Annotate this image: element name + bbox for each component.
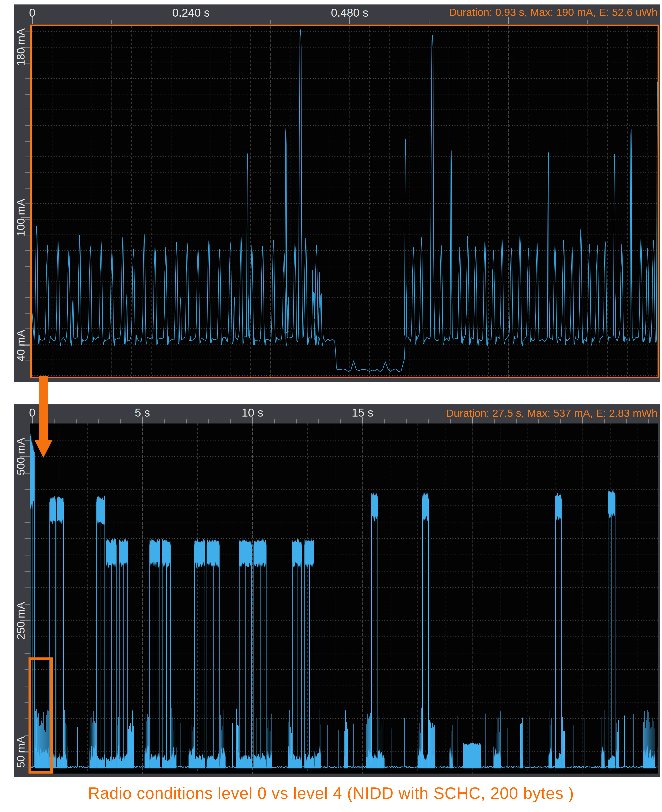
top-y-tick-minor: [25, 250, 30, 251]
zoom-link-arrow-shaft: [39, 376, 48, 440]
bottom-y-tick-minor: [24, 768, 30, 768]
top-y-tick-label: 180 mA: [15, 28, 26, 66]
top-x-tick-label: 0: [29, 6, 35, 19]
page: Duration: 0.93 s, Max: 190 mA, E: 52.6 u…: [0, 0, 662, 812]
bottom-x-tick-label: 10 s: [242, 406, 263, 419]
bottom-y-tick-minor: [24, 604, 30, 604]
top-y-tick-minor: [25, 266, 30, 267]
bottom-x-tick: [494, 419, 495, 424]
bottom-x-tick-label: 5 s: [135, 406, 150, 419]
bottom-x-tick: [230, 419, 231, 424]
top-x-tick: [508, 18, 509, 24]
bottom-y-tick-minor: [24, 702, 30, 703]
top-y-tick-minor: [25, 219, 30, 220]
bottom-x-tick: [626, 419, 627, 424]
top-y-tick-minor: [25, 78, 30, 79]
top-x-tick: [587, 20, 588, 24]
top-y-tick-minor: [25, 32, 30, 32]
bottom-y-tick-minor: [24, 473, 30, 474]
bottom-x-tick: [318, 419, 319, 424]
bottom-y-tick-minor: [24, 522, 30, 523]
bottom-y-tick-minor: [24, 555, 30, 556]
top-y-tick-minor: [25, 188, 30, 188]
top-y-tick-minor: [25, 360, 30, 361]
top-y-tick-minor: [25, 125, 30, 126]
bottom-y-tick-minor: [24, 735, 30, 736]
bottom-y-tick-minor: [24, 506, 30, 506]
top-y-tick-minor: [25, 156, 30, 157]
bottom-x-tick: [340, 419, 341, 424]
bottom-x-tick-label: 15 s: [352, 406, 373, 419]
bottom-x-tick: [274, 419, 275, 424]
top-waveform-canvas[interactable]: [32, 26, 657, 377]
bottom-x-tick: [406, 419, 407, 424]
top-y-tick-minor: [25, 329, 30, 329]
top-y-tick-minor: [25, 94, 30, 95]
top-y-tick-minor: [25, 141, 30, 142]
top-y-tick-label: 40 mA: [15, 330, 26, 361]
bottom-x-tick: [516, 419, 517, 424]
top-x-tick: [270, 20, 271, 24]
bottom-x-tick: [538, 419, 539, 424]
bottom-y-tick-minor: [24, 456, 30, 457]
top-y-tick-minor: [25, 235, 30, 235]
top-y-tick-minor: [25, 344, 30, 345]
bottom-x-tick: [54, 419, 55, 424]
top-y-tick-minor: [25, 313, 30, 314]
bottom-x-tick-label: 0: [29, 406, 35, 419]
bottom-waveform-canvas[interactable]: [30, 424, 658, 773]
top-y-tick-minor: [25, 47, 30, 48]
bottom-y-tick-minor: [24, 686, 30, 686]
bottom-x-tick: [120, 419, 121, 424]
bottom-y-tick-minor: [24, 440, 30, 441]
top-y-tick-label: 100 mA: [15, 199, 26, 237]
bottom-x-tick: [186, 419, 187, 424]
bottom-y-tick-minor: [24, 588, 30, 588]
bottom-y-tick-minor: [24, 669, 30, 670]
bottom-x-tick: [296, 419, 297, 424]
top-x-tick-label: 0.240 s: [172, 6, 210, 19]
top-x-tick: [111, 20, 112, 24]
zoom-link-arrow-head-icon: [34, 440, 53, 458]
top-chart-duration-stats: Duration: 0.93 s, Max: 190 mA, E: 52.6 u…: [449, 6, 657, 18]
top-y-tick-minor: [25, 203, 30, 204]
bottom-y-tick-minor: [24, 719, 30, 719]
top-x-tick-label: 0.480 s: [331, 6, 368, 19]
bottom-y-tick-minor: [24, 489, 30, 490]
zoom-region-rectangle[interactable]: [29, 657, 53, 773]
bottom-x-tick: [76, 419, 77, 424]
bottom-x-tick: [208, 419, 209, 424]
top-y-tick-minor: [25, 282, 30, 282]
bottom-y-tick-minor: [24, 538, 30, 539]
bottom-x-tick: [428, 419, 429, 424]
bottom-chart-duration-stats: Duration: 27.5 s, Max: 537 mA, E: 2.83 m…: [446, 407, 657, 419]
top-y-tick-minor: [25, 297, 30, 298]
bottom-x-tick: [384, 419, 385, 424]
bottom-y-tick-minor: [24, 620, 30, 621]
bottom-x-tick: [604, 419, 605, 424]
bottom-x-tick: [450, 419, 451, 424]
bottom-y-tick-minor: [24, 751, 30, 752]
bottom-x-tick: [582, 417, 583, 424]
bottom-x-tick: [560, 419, 561, 424]
bottom-x-tick: [164, 419, 165, 424]
figure-caption: Radio conditions level 0 vs level 4 (NID…: [0, 784, 662, 802]
bottom-y-tick-minor: [24, 571, 30, 572]
bottom-y-tick-minor: [24, 653, 30, 654]
top-y-tick-minor: [25, 172, 30, 173]
top-y-tick-minor: [25, 110, 30, 110]
top-x-tick: [429, 20, 429, 24]
bottom-x-tick: [472, 417, 473, 424]
bottom-x-tick: [648, 419, 649, 424]
bottom-x-tick: [98, 419, 99, 424]
bottom-y-tick-minor: [24, 636, 30, 637]
top-y-tick-minor: [25, 63, 30, 63]
